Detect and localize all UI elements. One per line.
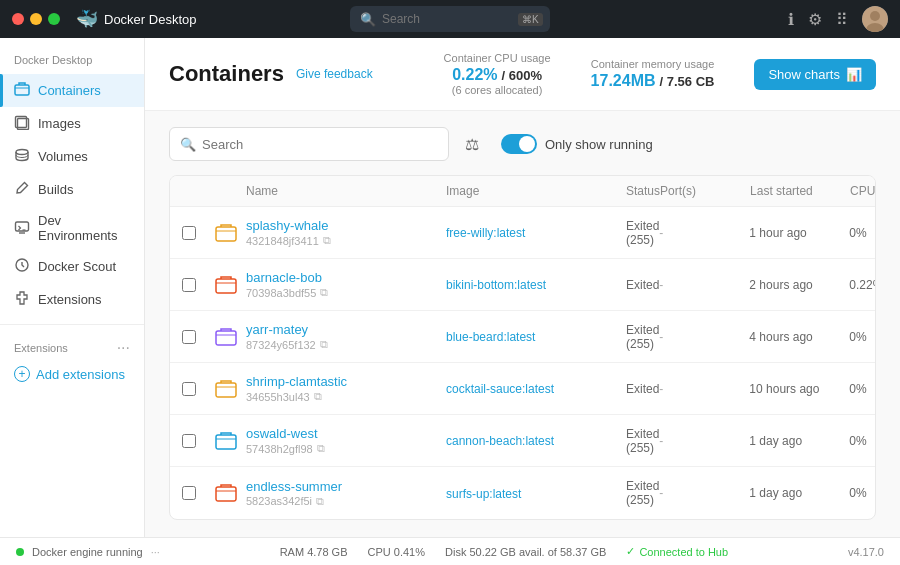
container-name-link[interactable]: oswald-west	[246, 426, 446, 441]
table-body: splashy-whale 4321848jf3411 ⧉ free-willy…	[170, 207, 875, 519]
container-name-link[interactable]: yarr-matey	[246, 322, 446, 337]
container-name-link[interactable]: endless-summer	[246, 479, 446, 494]
extensions-label: Extensions	[38, 292, 102, 307]
container-name-link[interactable]: splashy-whale	[246, 218, 446, 233]
add-extensions-button[interactable]: + Add extensions	[0, 359, 144, 389]
show-charts-button[interactable]: Show charts 📊	[754, 59, 876, 90]
container-port-cell: -	[659, 330, 749, 344]
maximize-dot[interactable]	[48, 13, 60, 25]
mem-stat-block: Container memory usage 17.24MB / 7.56 CB	[591, 58, 715, 90]
sidebar-item-volumes[interactable]: Volumes	[0, 140, 144, 173]
main-content: Containers Give feedback Container CPU u…	[145, 38, 900, 537]
volumes-label: Volumes	[38, 149, 88, 164]
statusbar-more-icon[interactable]: ···	[151, 546, 160, 558]
docker-scout-label: Docker Scout	[38, 259, 116, 274]
image-link[interactable]: cannon-beach:latest	[446, 434, 554, 448]
minimize-dot[interactable]	[30, 13, 42, 25]
gear-icon[interactable]: ⚙	[808, 10, 822, 29]
col-header-port: Port(s)	[660, 184, 750, 198]
copy-id-icon[interactable]: ⧉	[317, 442, 325, 455]
container-name-cell: barnacle-bob 70398a3bdf55 ⧉	[246, 270, 446, 299]
sidebar-item-containers[interactable]: Containers	[0, 74, 144, 107]
table-row: endless-summer 5823as342f5i ⧉ surfs-up:l…	[170, 467, 875, 519]
image-link[interactable]: surfs-up:latest	[446, 487, 521, 501]
page-title-area: Containers Give feedback	[169, 61, 373, 87]
row-checkbox[interactable]	[182, 382, 196, 396]
container-last-started-cell: 10 hours ago	[749, 382, 849, 396]
container-name-link[interactable]: barnacle-bob	[246, 270, 446, 285]
sidebar-item-dev-environments[interactable]: Dev Environments	[0, 206, 144, 250]
search-icon: 🔍	[180, 137, 196, 152]
container-name-link[interactable]: shrimp-clamtastic	[246, 374, 446, 389]
image-link[interactable]: bikini-bottom:latest	[446, 278, 546, 292]
container-image-cell: bikini-bottom:latest	[446, 277, 626, 292]
close-dot[interactable]	[12, 13, 24, 25]
sidebar-item-extensions[interactable]: Extensions	[0, 283, 144, 316]
sidebar-item-docker-scout[interactable]: Docker Scout	[0, 250, 144, 283]
only-show-running-toggle[interactable]	[501, 134, 537, 154]
image-link[interactable]: cocktail-sauce:latest	[446, 382, 554, 396]
extensions-more-icon[interactable]: ···	[117, 339, 130, 357]
copy-id-icon[interactable]: ⧉	[316, 495, 324, 508]
avatar[interactable]	[862, 6, 888, 32]
cpu-stat-sub: (6 cores allocated)	[444, 84, 551, 96]
search-icon: 🔍	[360, 12, 376, 27]
statusbar-version: v4.17.0	[848, 546, 884, 558]
grid-icon[interactable]: ⠿	[836, 10, 848, 29]
cpu-stat-block: Container CPU usage 0.22% / 600% (6 core…	[444, 52, 551, 96]
main-header: Containers Give feedback Container CPU u…	[145, 38, 900, 111]
row-checkbox[interactable]	[182, 226, 196, 240]
row-checkbox-cell	[182, 486, 214, 500]
copy-id-icon[interactable]: ⧉	[320, 286, 328, 299]
page-title: Containers	[169, 61, 284, 87]
row-checkbox[interactable]	[182, 486, 196, 500]
dev-environments-label: Dev Environments	[38, 213, 130, 243]
row-checkbox-cell	[182, 434, 214, 448]
container-id: 5823as342f5i ⧉	[246, 495, 446, 508]
container-status-cell: Exited (255)	[626, 323, 659, 351]
search-input[interactable]	[382, 12, 512, 26]
container-cpu-cell: 0%	[849, 486, 876, 500]
dev-environments-icon	[14, 219, 30, 238]
copy-id-icon[interactable]: ⧉	[320, 338, 328, 351]
image-link[interactable]: free-willy:latest	[446, 226, 525, 240]
copy-id-icon[interactable]: ⧉	[314, 390, 322, 403]
image-link[interactable]: blue-beard:latest	[446, 330, 535, 344]
extensions-icon	[14, 290, 30, 309]
svg-rect-17	[216, 435, 236, 449]
container-icon-cell	[214, 325, 246, 349]
container-name-cell: splashy-whale 4321848jf3411 ⧉	[246, 218, 446, 247]
container-icon-cell	[214, 221, 246, 245]
row-checkbox[interactable]	[182, 434, 196, 448]
svg-rect-11	[216, 279, 236, 293]
window-controls	[12, 13, 60, 25]
svg-rect-3	[15, 85, 29, 95]
container-status-cell: Exited (255)	[626, 479, 659, 507]
statusbar-cpu: CPU 0.41%	[368, 546, 425, 558]
copy-id-icon[interactable]: ⧉	[323, 234, 331, 247]
container-icon-cell	[214, 429, 246, 453]
cpu-stat-value: 0.22%	[452, 66, 497, 84]
info-icon[interactable]: ℹ	[788, 10, 794, 29]
mem-stat-value: 17.24MB	[591, 72, 656, 90]
table-row: yarr-matey 87324y65f132 ⧉ blue-beard:lat…	[170, 311, 875, 363]
global-search[interactable]: 🔍 ⌘K	[350, 6, 550, 32]
containers-label: Containers	[38, 83, 101, 98]
volumes-icon	[14, 147, 30, 166]
cpu-stat-label: Container CPU usage	[444, 52, 551, 64]
container-port-cell: -	[659, 486, 749, 500]
container-search-box[interactable]: 🔍	[169, 127, 449, 161]
container-search-input[interactable]	[202, 137, 438, 152]
hub-status: ✓ Connected to Hub	[626, 545, 728, 558]
row-checkbox[interactable]	[182, 330, 196, 344]
filter-icon[interactable]: ⚖	[459, 129, 485, 160]
sidebar-item-builds[interactable]: Builds	[0, 173, 144, 206]
sidebar-item-images[interactable]: Images	[0, 107, 144, 140]
only-show-running-label: Only show running	[545, 137, 653, 152]
docker-scout-icon	[14, 257, 30, 276]
svg-point-6	[16, 150, 28, 155]
give-feedback-link[interactable]: Give feedback	[296, 67, 373, 81]
row-checkbox[interactable]	[182, 278, 196, 292]
builds-icon	[14, 180, 30, 199]
col-header-check	[182, 184, 214, 198]
